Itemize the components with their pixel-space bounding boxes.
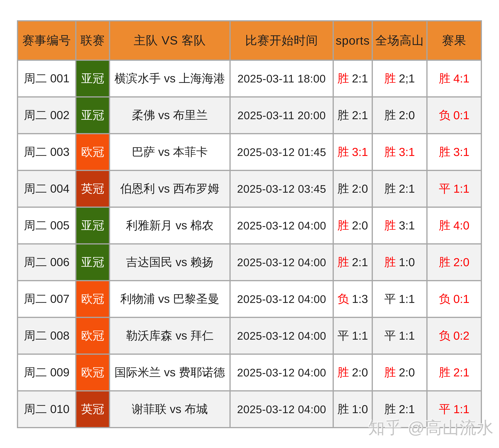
cell-gaoshan-prediction: 胜 2:0 bbox=[373, 97, 426, 133]
cell-match-teams: 谢菲联 vs 布城 bbox=[110, 391, 229, 427]
cell-final-result: 负 0:2 bbox=[428, 318, 481, 353]
header-cell-teams: 主队 VS 客队 bbox=[110, 21, 229, 60]
cell-match-teams: 勒沃库森 vs 拜仁 bbox=[110, 318, 229, 353]
cell-league-badge: 欧冠 bbox=[76, 281, 109, 317]
outcome-text: 胜 bbox=[338, 218, 349, 233]
cell-match-id: 周二 007 bbox=[18, 281, 75, 317]
cell-start-time: 2025-03-12 04:00 bbox=[231, 281, 333, 317]
cell-final-result: 平 1:1 bbox=[428, 171, 481, 207]
cell-final-result: 胜 4:0 bbox=[428, 208, 481, 243]
cell-final-result: 负 0:1 bbox=[428, 97, 481, 133]
cell-sports-prediction: 平 1:1 bbox=[334, 318, 372, 353]
cell-match-id: 周二 003 bbox=[18, 134, 75, 170]
cell-final-result: 负 0:1 bbox=[428, 281, 481, 317]
outcome-text: 平 bbox=[439, 181, 451, 197]
outcome-text: 胜 bbox=[384, 144, 396, 160]
cell-start-time: 2025-03-12 04:00 bbox=[231, 244, 333, 280]
outcome-text: 胜 bbox=[384, 401, 396, 417]
outcome-text: 负 bbox=[439, 328, 451, 344]
cell-sports-prediction: 胜 2:0 bbox=[334, 355, 372, 390]
cell-start-time: 2025-03-12 03:45 bbox=[231, 171, 333, 207]
header-cell-gaoshan: 全场高山 bbox=[373, 21, 426, 60]
cell-league-badge: 亚冠 bbox=[76, 208, 109, 243]
score-text: 2:1 bbox=[352, 256, 368, 269]
cell-gaoshan-prediction: 平 1:1 bbox=[373, 281, 426, 317]
outcome-text: 负 bbox=[439, 291, 451, 307]
score-text: 3:1 bbox=[399, 145, 415, 159]
cell-final-result: 胜 4:1 bbox=[428, 61, 481, 96]
cell-match-teams: 国际米兰 vs 费耶诺德 bbox=[110, 355, 229, 390]
score-text: 0:2 bbox=[453, 329, 469, 342]
results-table: 赛事编号 联赛 主队 VS 客队 比赛开始时间 sports 全场高山 赛果 周… bbox=[17, 20, 482, 428]
cell-match-teams: 巴萨 vs 本菲卡 bbox=[110, 134, 229, 170]
cell-match-teams: 横滨水手 vs 上海海港 bbox=[110, 61, 229, 96]
cell-league-badge: 英冠 bbox=[76, 391, 109, 427]
cell-match-teams: 吉达国民 vs 赖扬 bbox=[110, 244, 229, 280]
score-text: 0:1 bbox=[453, 292, 469, 306]
cell-start-time: 2025-03-12 04:00 bbox=[231, 391, 333, 427]
score-text: 2:0 bbox=[399, 366, 415, 379]
cell-match-id: 周二 002 bbox=[18, 97, 75, 133]
score-text: 2:0 bbox=[352, 182, 368, 195]
outcome-text: 胜 bbox=[384, 255, 396, 270]
cell-sports-prediction: 胜 2:1 bbox=[334, 244, 372, 280]
outcome-text: 胜 bbox=[439, 218, 451, 233]
outcome-text: 胜 bbox=[384, 108, 396, 123]
cell-sports-prediction: 胜 1:0 bbox=[334, 391, 372, 427]
cell-start-time: 2025-03-12 04:00 bbox=[231, 208, 333, 243]
cell-league-badge: 欧冠 bbox=[76, 318, 109, 353]
cell-league-badge: 亚冠 bbox=[76, 97, 109, 133]
score-text: 2:1 bbox=[352, 72, 368, 85]
outcome-text: 负 bbox=[338, 291, 349, 307]
outcome-text: 胜 bbox=[338, 144, 349, 160]
cell-gaoshan-prediction: 胜 2:0 bbox=[373, 355, 426, 390]
score-text: 2:1 bbox=[352, 109, 368, 122]
cell-final-result: 胜 2:0 bbox=[428, 244, 481, 280]
cell-match-id: 周二 008 bbox=[18, 318, 75, 353]
cell-start-time: 2025-03-12 04:00 bbox=[231, 318, 333, 353]
score-text: 0:1 bbox=[453, 109, 469, 122]
header-cell-match-id: 赛事编号 bbox=[18, 21, 75, 60]
outcome-text: 平 bbox=[338, 328, 349, 344]
outcome-text: 胜 bbox=[338, 181, 349, 197]
score-text: 2:1 bbox=[399, 182, 415, 195]
score-text: 1:1 bbox=[352, 329, 368, 342]
header-cell-sports: sports bbox=[334, 21, 372, 60]
cell-match-id: 周二 005 bbox=[18, 208, 75, 243]
score-text: 2:0 bbox=[399, 109, 415, 122]
score-text: 1:1 bbox=[453, 182, 469, 195]
cell-start-time: 2025-03-12 01:45 bbox=[231, 134, 333, 170]
header-cell-start-time: 比赛开始时间 bbox=[231, 21, 333, 60]
cell-sports-prediction: 胜 2:0 bbox=[334, 171, 372, 207]
cell-start-time: 2025-03-11 18:00 bbox=[231, 61, 333, 96]
cell-match-teams: 利物浦 vs 巴黎圣曼 bbox=[110, 281, 229, 317]
cell-match-id: 周二 006 bbox=[18, 244, 75, 280]
cell-gaoshan-prediction: 胜 1:0 bbox=[373, 244, 426, 280]
outcome-text: 胜 bbox=[384, 71, 396, 86]
outcome-text: 胜 bbox=[384, 181, 396, 197]
outcome-text: 胜 bbox=[439, 255, 451, 270]
outcome-text: 平 bbox=[439, 401, 451, 417]
score-text: 1:0 bbox=[399, 256, 415, 269]
cell-gaoshan-prediction: 胜 3:1 bbox=[373, 134, 426, 170]
score-text: 1:3 bbox=[352, 292, 368, 306]
score-text: 1:1 bbox=[399, 329, 415, 342]
cell-final-result: 胜 3:1 bbox=[428, 134, 481, 170]
cell-match-teams: 柔佛 vs 布里兰 bbox=[110, 97, 229, 133]
cell-league-badge: 欧冠 bbox=[76, 134, 109, 170]
outcome-text: 胜 bbox=[439, 71, 451, 86]
outcome-text: 胜 bbox=[338, 255, 349, 270]
score-text: 2:0 bbox=[352, 219, 368, 232]
score-text: 2:0 bbox=[352, 366, 368, 379]
outcome-text: 胜 bbox=[338, 108, 349, 123]
outcome-text: 胜 bbox=[338, 401, 349, 417]
cell-final-result: 胜 2:1 bbox=[428, 355, 481, 390]
score-text: 2:1 bbox=[453, 366, 469, 379]
cell-match-id: 周二 010 bbox=[18, 391, 75, 427]
cell-sports-prediction: 胜 2:0 bbox=[334, 208, 372, 243]
cell-league-badge: 亚冠 bbox=[76, 61, 109, 96]
outcome-text: 胜 bbox=[338, 71, 349, 86]
outcome-text: 平 bbox=[384, 328, 396, 344]
outcome-text: 平 bbox=[384, 291, 396, 307]
cell-sports-prediction: 负 1:3 bbox=[334, 281, 372, 317]
